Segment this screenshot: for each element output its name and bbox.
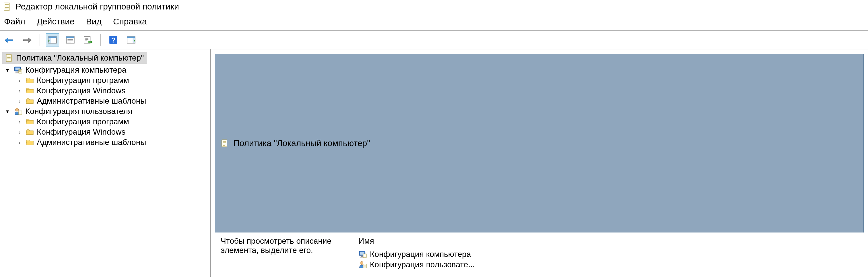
detail-pane: Политика "Локальный компьютер" Чтобы про… — [211, 50, 868, 277]
export-icon — [84, 35, 93, 44]
chevron-right-icon[interactable]: › — [16, 118, 23, 125]
tree-item-label: Конфигурация компьютера — [25, 65, 126, 74]
forward-button[interactable] — [21, 33, 34, 46]
menu-file[interactable]: Файл — [4, 17, 25, 26]
toolbar-separator — [40, 34, 40, 45]
window-title: Редактор локальной групповой политики — [16, 2, 179, 11]
folder-icon — [26, 128, 34, 136]
properties-icon — [66, 35, 75, 44]
user-config-icon — [359, 260, 367, 269]
folder-icon — [26, 87, 34, 95]
detail-header: Политика "Локальный компьютер" — [215, 54, 864, 232]
tree-root[interactable]: Политика "Локальный компьютер" — [2, 52, 147, 64]
tree-item-user-config[interactable]: ▾ Конфигурация пользователя — [4, 106, 208, 117]
tree-item-computer-windows[interactable]: › Конфигурация Windows — [16, 86, 208, 96]
tree-item-label: Конфигурация программ — [37, 76, 129, 85]
toolbar-separator — [100, 34, 101, 45]
folder-icon — [26, 118, 34, 126]
chevron-down-icon[interactable]: ▾ — [4, 108, 11, 115]
menubar: Файл Действие Вид Справка — [0, 16, 868, 31]
tree-item-label: Конфигурация Windows — [37, 86, 125, 95]
arrow-left-icon — [5, 35, 14, 44]
detail-header-title: Политика "Локальный компьютер" — [233, 138, 370, 148]
computer-config-icon — [359, 250, 367, 259]
folder-icon — [26, 76, 34, 84]
tree-item-label: Конфигурация Windows — [37, 127, 125, 136]
tree-item-user-admin[interactable]: › Административные шаблоны — [16, 137, 208, 148]
content-area: Политика "Локальный компьютер" ▾ Конфигу… — [0, 50, 868, 277]
detail-list: Имя Конфигурация компьютера Конфигурация… — [359, 237, 858, 270]
tree-item-label: Административные шаблоны — [37, 96, 146, 105]
export-list-button[interactable] — [82, 33, 95, 46]
help-icon — [109, 35, 118, 44]
back-button[interactable] — [3, 33, 16, 46]
tree-item-computer-admin[interactable]: › Административные шаблоны — [16, 96, 208, 106]
policy-icon — [5, 54, 13, 62]
chevron-right-icon[interactable]: › — [16, 129, 23, 135]
chevron-right-icon[interactable]: › — [16, 77, 23, 84]
properties-button[interactable] — [64, 33, 77, 46]
folder-icon — [26, 97, 34, 105]
list-item-label: Конфигурация пользовате... — [370, 260, 475, 269]
tree-item-label: Конфигурация пользователя — [25, 107, 132, 116]
list-item-label: Конфигурация компьютера — [370, 250, 471, 259]
help-button[interactable] — [107, 33, 120, 46]
tree-item-computer-config[interactable]: ▾ Конфигурация компьютера — [4, 65, 208, 75]
show-actionpane-button[interactable] — [125, 33, 138, 46]
tree-pane: Политика "Локальный компьютер" ▾ Конфигу… — [0, 50, 211, 277]
show-tree-button[interactable] — [46, 33, 59, 46]
chevron-down-icon[interactable]: ▾ — [4, 67, 11, 73]
folder-icon — [26, 138, 34, 146]
tree-pane-icon — [48, 35, 57, 44]
chevron-right-icon[interactable]: › — [16, 139, 23, 146]
tree-item-label: Конфигурация программ — [37, 117, 129, 126]
titlebar: Редактор локальной групповой политики — [0, 0, 868, 16]
chevron-right-icon[interactable]: › — [16, 98, 23, 104]
tree-item-computer-software[interactable]: › Конфигурация программ — [16, 75, 208, 86]
tree-root-label: Политика "Локальный компьютер" — [16, 53, 144, 63]
tree-item-label: Административные шаблоны — [37, 138, 146, 147]
list-item-computer-config[interactable]: Конфигурация компьютера — [359, 249, 858, 259]
tree-item-user-software[interactable]: › Конфигурация программ — [16, 117, 208, 127]
menu-help[interactable]: Справка — [113, 17, 147, 26]
computer-config-icon — [14, 66, 22, 74]
menu-view[interactable]: Вид — [86, 17, 101, 26]
menu-action[interactable]: Действие — [37, 17, 74, 26]
description-text: Чтобы просмотреть описание элемента, выд… — [221, 237, 341, 270]
column-header-name[interactable]: Имя — [359, 237, 858, 246]
app-icon — [3, 2, 11, 11]
user-config-icon — [14, 107, 22, 116]
arrow-right-icon — [23, 35, 32, 44]
chevron-right-icon[interactable]: › — [16, 87, 23, 94]
action-pane-icon — [127, 35, 136, 44]
tree-item-user-windows[interactable]: › Конфигурация Windows — [16, 127, 208, 137]
detail-body: Чтобы просмотреть описание элемента, выд… — [215, 232, 864, 274]
policy-icon — [221, 139, 229, 147]
list-item-user-config[interactable]: Конфигурация пользовате... — [359, 259, 858, 270]
toolbar — [0, 31, 868, 50]
